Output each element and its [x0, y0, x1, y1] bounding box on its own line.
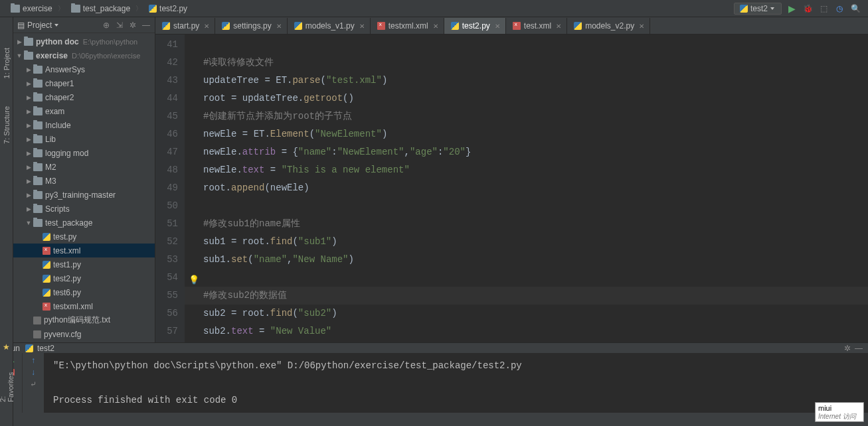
code-content[interactable]: #读取待修改文件updateTree = ET.parse("test.xml"… [185, 35, 868, 342]
close-tab-icon[interactable]: ✕ [495, 23, 500, 30]
line-number: 42 [155, 54, 178, 72]
tree-node[interactable]: test2.py [13, 271, 155, 285]
folder-icon [33, 163, 43, 171]
tree-node[interactable]: ▶Scripts [13, 202, 155, 216]
tree-node[interactable]: pyvenv.cfg [13, 327, 155, 341]
expand-arrow-icon[interactable]: ▶ [25, 108, 32, 115]
scroll-from-source-icon[interactable]: ⊕ [102, 21, 111, 30]
run-button[interactable]: ▶ [786, 3, 798, 15]
code-line[interactable]: root = updateTree.getroot() [203, 90, 868, 107]
tab-label: test.xml [524, 21, 551, 31]
editor-tab[interactable]: models_v1.py✕ [288, 18, 371, 34]
project-tool-tab[interactable]: 1: Project [1, 44, 12, 82]
code-line[interactable]: #创建新节点并添加为root的子节点 [203, 107, 868, 125]
tree-node[interactable]: ▶chaper2 [13, 90, 155, 104]
code-line[interactable]: #修改sub1的name属性 [203, 215, 868, 233]
breadcrumb-label: exercise [23, 4, 52, 13]
project-tree[interactable]: ▶python docE:\python\python▼exerciseD:\0… [13, 33, 155, 342]
tree-node[interactable]: test6.py [13, 285, 155, 299]
sidebar-title[interactable]: Project [27, 21, 52, 30]
expand-arrow-icon[interactable]: ▼ [16, 52, 23, 59]
hide-icon[interactable]: — [855, 344, 863, 353]
expand-arrow-icon[interactable]: ▶ [16, 38, 23, 45]
tree-node[interactable]: ▶M3 [13, 174, 155, 188]
expand-arrow-icon[interactable]: ▶ [25, 94, 32, 101]
close-tab-icon[interactable]: ✕ [204, 23, 209, 30]
expand-arrow-icon[interactable]: ▶ [25, 206, 32, 212]
close-tab-icon[interactable]: ✕ [433, 23, 438, 30]
code-line[interactable] [203, 36, 868, 54]
tree-node-label: python编码规范.txt [44, 315, 110, 326]
up-stack-icon[interactable]: ↑ [31, 356, 35, 365]
tree-node[interactable]: ▼exerciseD:\06python\exercise [13, 48, 155, 62]
code-line[interactable]: sub2.text = "New Value" [203, 322, 868, 340]
tree-node[interactable]: ▶Include [13, 118, 155, 132]
tree-node[interactable]: ▶Lib [13, 132, 155, 146]
settings-icon[interactable]: ✲ [844, 344, 851, 353]
profile-button[interactable]: ◷ [833, 3, 845, 15]
tree-node[interactable]: ▶python docE:\python\python [13, 35, 155, 48]
expand-arrow-icon[interactable]: ▶ [25, 66, 32, 73]
expand-arrow-icon[interactable]: ▶ [25, 164, 32, 171]
console-output[interactable]: "E:\python\python doc\Scripts\python.exe… [44, 353, 868, 413]
code-line[interactable]: #修改sub2的数据值 [203, 287, 868, 305]
tree-node[interactable]: test.py [13, 230, 155, 244]
expand-arrow-icon[interactable]: ▶ [25, 136, 32, 143]
structure-tool-tab[interactable]: 7: Structure [1, 102, 12, 148]
editor-tab[interactable]: models_v2.py✕ [567, 18, 650, 34]
editor-tab[interactable]: test2.py✕ [444, 18, 506, 34]
close-tab-icon[interactable]: ✕ [359, 23, 365, 30]
breadcrumb-item[interactable]: test_package [66, 3, 134, 15]
hide-icon[interactable]: — [141, 21, 151, 30]
expand-arrow-icon[interactable]: ▶ [25, 122, 32, 129]
debug-button[interactable]: 🐞 [802, 3, 814, 15]
expand-arrow-icon[interactable]: ▶ [25, 80, 32, 87]
breadcrumb-item[interactable]: test2.py [143, 3, 191, 15]
expand-arrow-icon[interactable]: ▼ [25, 220, 32, 226]
tree-node[interactable]: testxml.xml [13, 299, 155, 313]
coverage-button[interactable]: ⬚ [818, 3, 829, 15]
editor-tab[interactable]: test.xml✕ [506, 18, 567, 34]
tree-node[interactable]: ▶chaper1 [13, 76, 155, 90]
code-line[interactable]: root.append(newEle) [203, 179, 868, 197]
settings-icon[interactable]: ✲ [128, 21, 137, 30]
tree-node[interactable]: ▶logging mod [13, 146, 155, 160]
tree-node[interactable]: ▶M2 [13, 160, 155, 174]
breadcrumb-item[interactable]: exercise [5, 3, 56, 15]
code-line[interactable]: newEle.text = "This is a new element" [203, 161, 868, 179]
code-line[interactable] [203, 197, 868, 215]
tree-node[interactable]: ▶AnswerSys [13, 62, 155, 76]
code-line[interactable] [203, 269, 868, 287]
close-tab-icon[interactable]: ✕ [276, 23, 282, 30]
tree-node[interactable]: test1.py [13, 257, 155, 271]
code-area[interactable]: 4142434445464748495051525354555657 #读取待修… [155, 35, 868, 342]
close-tab-icon[interactable]: ✕ [556, 23, 561, 30]
down-stack-icon[interactable]: ↓ [31, 368, 35, 377]
favorites-tool-tab[interactable]: 2: Favorites [0, 365, 16, 406]
tree-node[interactable]: ▶py3_training-master [13, 188, 155, 202]
code-line[interactable]: newEle = ET.Element("NewElement") [203, 125, 868, 143]
code-line[interactable]: newEle.attrib = {"name":"NewElement","ag… [203, 143, 868, 161]
soft-wrap-icon[interactable]: ⤶ [30, 380, 37, 389]
editor-tab[interactable]: start.py✕ [155, 18, 215, 34]
tree-node[interactable]: python编码规范.txt [13, 313, 155, 327]
code-line[interactable]: updateTree = ET.parse("test.xml") [203, 72, 868, 90]
dropdown-icon[interactable] [54, 24, 58, 27]
expand-arrow-icon[interactable]: ▶ [25, 150, 32, 157]
editor-tab[interactable]: testxml.xml✕ [371, 18, 444, 34]
code-line[interactable]: sub1.set("name","New Name") [203, 251, 868, 269]
code-line[interactable]: sub1 = root.find("sub1") [203, 233, 868, 251]
editor-tab[interactable]: settings.py✕ [215, 18, 287, 34]
run-config-selector[interactable]: test2 [734, 3, 782, 15]
close-tab-icon[interactable]: ✕ [639, 23, 644, 30]
collapse-all-icon[interactable]: ⇲ [115, 21, 124, 30]
tree-node[interactable]: test.xml [13, 244, 155, 257]
expand-arrow-icon[interactable]: ▶ [25, 192, 32, 198]
expand-arrow-icon[interactable]: ▶ [25, 178, 32, 184]
tree-node[interactable]: ▶exam [13, 104, 155, 118]
tree-node[interactable]: ▼test_package [13, 216, 155, 230]
code-line[interactable]: sub2 = root.find("sub2") [203, 305, 868, 322]
favorites-icon[interactable]: ★ [3, 342, 10, 352]
search-everywhere-button[interactable]: 🔍 [849, 3, 861, 15]
code-line[interactable]: #读取待修改文件 [203, 54, 868, 72]
